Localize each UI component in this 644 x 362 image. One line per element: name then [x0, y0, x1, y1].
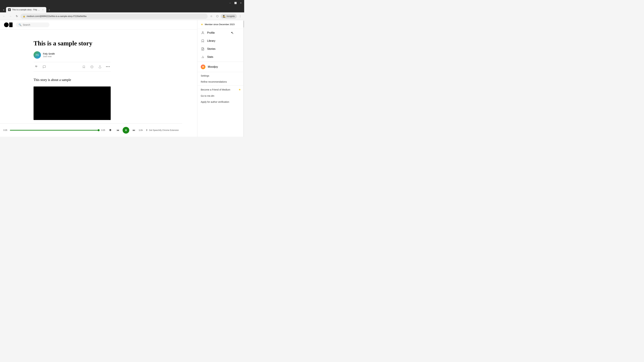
- audio-prev-button[interactable]: ⏮: [115, 128, 120, 133]
- menu-item-profile[interactable]: Profile: [198, 29, 244, 37]
- reload-button[interactable]: ↻: [14, 13, 20, 19]
- clap-button[interactable]: [34, 64, 39, 69]
- menu-item-settings[interactable]: Settings: [198, 73, 244, 79]
- toolbar-left: [34, 64, 47, 69]
- tab-group-button[interactable]: ▼: [1, 8, 6, 12]
- lock-icon: 🔒: [23, 15, 25, 17]
- author-info: Fely Smith Just now: [43, 52, 55, 58]
- menu-item-library[interactable]: Library: [198, 37, 244, 45]
- article-text: This story is about a sample: [34, 77, 111, 82]
- url-text: medium.com/@89f4222e/this-is-a-sample-st…: [27, 15, 205, 17]
- incognito-button[interactable]: 🕵 Incognito: [221, 14, 237, 18]
- profile-label: Profile: [207, 31, 215, 34]
- tabs-bar: ▼ M This is a sample story - Fely Sm... …: [0, 6, 244, 12]
- audio-total-time: 0:05: [101, 129, 105, 131]
- page-content: 🔍 Search ✏ Write 🔔 FS This is a sample s…: [0, 20, 244, 137]
- bookmark-page-button[interactable]: ☆: [209, 13, 214, 19]
- publication-label: Moodjoy: [208, 65, 218, 68]
- speechify-icon: 🎙: [146, 129, 148, 132]
- browser-chrome: ─ ⬜ ✕ ▼ M This is a sample story - Fely …: [0, 0, 244, 20]
- svg-point-0: [91, 65, 93, 68]
- stats-label: Stats: [207, 55, 213, 58]
- audio-progress-fill: [10, 130, 98, 131]
- nav-bar: ← → ↻ 🔒 medium.com/@89f4222e/this-is-a-s…: [0, 12, 244, 20]
- audio-current-time: 0:05: [3, 129, 7, 131]
- new-tab-button[interactable]: +: [47, 8, 52, 12]
- article-body: This story is about a sample: [34, 77, 111, 82]
- forward-button[interactable]: →: [8, 13, 13, 19]
- library-icon: [201, 39, 205, 43]
- menu-item-go-to-dm[interactable]: Go to me.dm: [198, 93, 244, 99]
- audio-progress-bar[interactable]: [10, 130, 98, 131]
- svg-point-5: [202, 32, 204, 33]
- menu-item-apply-verification[interactable]: Apply for author verification: [198, 99, 244, 105]
- speechify-label: Get Speechify Chrome Extension: [149, 129, 179, 131]
- stats-icon: [201, 55, 205, 59]
- minimize-button[interactable]: ─: [228, 1, 232, 5]
- member-banner: ★ Member since December 2023: [198, 20, 244, 29]
- share-button[interactable]: [97, 64, 103, 69]
- profile-icon: [201, 31, 205, 35]
- author-row: FS Fely Smith Just now: [34, 51, 111, 59]
- address-bar[interactable]: 🔒 medium.com/@89f4222e/this-is-a-sample-…: [20, 13, 208, 19]
- search-text: Search: [23, 23, 30, 26]
- author-time: Just now: [43, 55, 55, 58]
- author-name[interactable]: Fely Smith: [43, 52, 55, 55]
- library-label: Library: [207, 39, 215, 42]
- dropdown-scrollbar[interactable]: [243, 20, 244, 137]
- member-since-text: Member since December 2023: [205, 23, 234, 26]
- tab-favicon: M: [8, 8, 11, 11]
- article-title: This is a sample story: [34, 39, 111, 47]
- tab-title: This is a sample story - Fely Sm...: [12, 8, 40, 11]
- audio-controls: 🗣 ⏮ ⏭ 1.0×: [108, 127, 143, 134]
- audio-voice-button[interactable]: 🗣: [108, 128, 113, 133]
- window-controls: ─ ⬜ ✕: [228, 1, 243, 5]
- author-avatar[interactable]: FS: [34, 51, 41, 59]
- menu-item-stories[interactable]: Stories: [198, 45, 244, 53]
- title-bar: ─ ⬜ ✕: [0, 0, 244, 6]
- active-tab[interactable]: M This is a sample story - Fely Sm... ×: [6, 7, 46, 12]
- menu-item-stats[interactable]: Stats: [198, 53, 244, 61]
- tab-close-button[interactable]: ×: [42, 8, 44, 11]
- nav-actions: ☆ ⬡ 🕵 Incognito ⋮: [209, 13, 243, 19]
- speechify-promo[interactable]: 🎙 Get Speechify Chrome Extension: [146, 129, 179, 132]
- dropdown-menu: ★ Member since December 2023 Profile Lib…: [197, 20, 244, 137]
- svg-rect-3: [125, 129, 126, 131]
- menu-item-refine[interactable]: Refine recommendations: [198, 79, 244, 85]
- audio-player: 0:05 0:05 🗣 ⏮ ⏭ 1.0× 🎙 Get Speechify Chr…: [0, 123, 182, 137]
- browser-menu-button[interactable]: ⋮: [238, 13, 243, 19]
- audio-speed[interactable]: 1.0×: [139, 129, 143, 131]
- search-bar[interactable]: 🔍 Search: [16, 22, 50, 27]
- stories-label: Stories: [207, 47, 216, 50]
- logo-icon: [4, 22, 12, 27]
- stories-icon: [201, 47, 205, 51]
- article-image: [34, 86, 111, 120]
- toolbar-right: •••: [81, 64, 111, 69]
- menu-divider-1: [198, 62, 244, 62]
- back-button[interactable]: ←: [1, 13, 7, 19]
- search-icon: 🔍: [18, 23, 22, 26]
- bookmark-button[interactable]: [81, 64, 86, 69]
- audio-progress-thumb: [98, 129, 100, 131]
- more-button[interactable]: •••: [105, 64, 111, 69]
- menu-divider-3: [198, 85, 244, 86]
- menu-item-become-friend[interactable]: Become a Friend of Medium ★: [198, 86, 244, 93]
- svg-rect-4: [126, 129, 126, 131]
- close-button[interactable]: ✕: [239, 1, 243, 5]
- member-star-icon: ★: [201, 23, 203, 26]
- article-toolbar: •••: [34, 62, 111, 72]
- become-friend-label: Become a Friend of Medium: [201, 88, 230, 91]
- restore-button[interactable]: ⬜: [234, 1, 238, 5]
- menu-item-publication[interactable]: M Moodjoy: [198, 62, 244, 71]
- audio-play-button[interactable]: [122, 127, 129, 134]
- comment-button[interactable]: [42, 64, 47, 69]
- publication-avatar: M: [201, 64, 206, 69]
- dropdown-scroll-thumb: [243, 21, 244, 27]
- pause-listen-button[interactable]: [89, 64, 94, 69]
- friend-star-icon: ★: [238, 88, 241, 91]
- audio-next-button[interactable]: ⏭: [131, 128, 137, 133]
- medium-logo[interactable]: [4, 22, 12, 27]
- cast-button[interactable]: ⬡: [215, 13, 220, 19]
- article-main: This is a sample story FS Fely Smith Jus…: [0, 29, 124, 137]
